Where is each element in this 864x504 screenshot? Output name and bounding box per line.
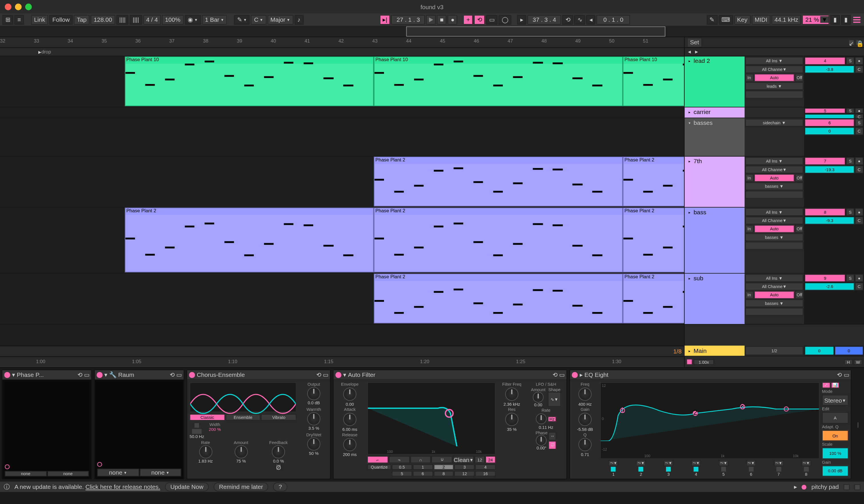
device-raum[interactable]: ▾🔧Raum⟲▭ none▼ none▼ (94, 370, 184, 479)
fold-icon[interactable]: ▾ (686, 119, 692, 125)
band-shape[interactable]: 〜▼ (609, 460, 618, 466)
warmth-knob[interactable] (307, 412, 320, 425)
filter-display[interactable]: 100 1k 10k (367, 382, 495, 455)
adapt-q[interactable]: On (822, 430, 848, 441)
capture-icon[interactable]: ▭ (486, 14, 498, 24)
macro-indicator-icon[interactable] (97, 462, 102, 467)
locator-flag[interactable]: ▸ (38, 49, 41, 55)
release-notes-link[interactable]: Click here for release notes. (85, 484, 160, 490)
device-auto-filter[interactable]: ▾Auto Filter⟲▭ Envelope 0.00 Attack 6.00… (333, 370, 567, 479)
punch-in-icon[interactable]: ▸ (517, 14, 527, 24)
follow-arrange-icon[interactable]: ▸| (380, 14, 390, 24)
menu-icon[interactable] (852, 14, 862, 24)
eq-gain-knob[interactable] (578, 413, 591, 426)
midi-clip[interactable]: Phase Plant 2 (374, 208, 623, 273)
q-0.5[interactable]: 0.5 (392, 464, 412, 470)
input-type[interactable]: All Ins ▼ (745, 157, 804, 165)
loop-len-field[interactable]: 0 . 1 . 0 (597, 14, 630, 24)
hotswap-icon[interactable]: ⟲ (170, 371, 175, 378)
hp-slider[interactable] (192, 429, 202, 434)
save-icon[interactable]: ▭ (559, 371, 565, 378)
q-4[interactable]: 4 (476, 464, 496, 470)
quantize-menu[interactable]: 1 Bar▼ (202, 14, 227, 24)
solo-button[interactable]: S (846, 208, 854, 216)
solo-button[interactable]: S (855, 119, 863, 127)
key-map-button[interactable]: Key (734, 14, 750, 24)
next-locator-icon[interactable]: ► (694, 49, 699, 55)
lfo-shape[interactable]: ∿▼ (548, 392, 561, 407)
track-number[interactable]: 5 (805, 108, 845, 113)
cue-button[interactable]: C (855, 127, 863, 135)
fold-icon[interactable]: ▸ (686, 158, 692, 164)
monitor-in[interactable]: In (745, 74, 754, 82)
width-value[interactable]: 200 % (209, 427, 221, 431)
track-number[interactable]: 9 (805, 274, 845, 282)
band-toggle[interactable] (804, 467, 808, 472)
back-to-arrangement-icon[interactable]: ↙ (848, 39, 854, 45)
track-row[interactable]: Phase Plant 2Phase Plant 2PhPhPhPhase Pl… (0, 274, 684, 325)
fold-icon[interactable]: ▾ (343, 371, 346, 378)
band-shape[interactable]: 〜▼ (636, 460, 646, 466)
fold-icon[interactable]: ▸ (686, 209, 692, 215)
device-activator-icon[interactable] (335, 372, 341, 378)
master-name[interactable]: Main (694, 347, 707, 354)
volume-field[interactable]: -3.8 (805, 65, 854, 73)
monitor-in[interactable]: In (745, 291, 754, 299)
hotswap-icon[interactable]: ⟲ (316, 371, 321, 378)
save-icon[interactable]: ▭ (844, 371, 849, 378)
device-activator-icon[interactable] (4, 372, 10, 378)
loop-start-field[interactable]: 37 . 3 . 4 (527, 14, 561, 24)
macro-2[interactable]: none▼ (140, 469, 181, 476)
monitor-off[interactable]: Off (795, 174, 803, 182)
timesig-field[interactable]: 4 / 4 (143, 14, 161, 24)
hotswap-icon[interactable]: ⟲ (77, 371, 82, 378)
q-16[interactable]: 16 (476, 471, 496, 476)
arrangement-overview[interactable] (0, 26, 864, 37)
macro-1[interactable]: none▼ (97, 469, 139, 476)
fold-icon[interactable]: ▾ (12, 371, 15, 378)
output-sub[interactable] (745, 191, 804, 199)
bar-ruler[interactable]: 3233343536373839404142434445464748495051 (0, 37, 684, 48)
arm-button[interactable]: ● (855, 208, 863, 216)
q-8[interactable]: 8 (433, 471, 454, 476)
input-channel[interactable]: All Channe▼ (745, 65, 804, 73)
metronome-icon[interactable]: ◉▼ (184, 14, 201, 24)
monitor-auto[interactable]: Auto (754, 225, 795, 232)
monitor-off[interactable]: Off (795, 225, 803, 232)
device-eq-eight[interactable]: ▸EQ Eight⟲▭ Freq400 Hz Gain-5.58 dB Q0.7… (569, 370, 851, 479)
solo-button[interactable]: S (846, 274, 854, 282)
band-shape[interactable]: 〜▼ (802, 460, 811, 466)
fold-icon[interactable]: ▸ (686, 275, 692, 281)
zoom-field[interactable]: 100% (162, 14, 183, 24)
midi-clip[interactable]: Phase Plant 2 (374, 274, 623, 323)
q-6[interactable]: 6 (412, 471, 433, 476)
fold-icon[interactable]: ▸ (686, 58, 692, 64)
track-header[interactable]: ▸lead 2All Ins ▼All Channe▼InAutoOfflead… (685, 56, 864, 107)
key-scale[interactable]: Major▼ (267, 14, 293, 24)
lfo-stereo[interactable]: ↔ (549, 432, 556, 440)
monitor-off[interactable]: Off (795, 74, 803, 82)
midi-map-button[interactable]: MIDI (752, 14, 770, 24)
band-toggle[interactable] (721, 467, 726, 472)
output-route[interactable]: basses ▼ (745, 182, 804, 190)
output-sub[interactable] (745, 308, 804, 315)
track-number[interactable]: 8 (805, 208, 845, 216)
help-button[interactable]: ? (273, 482, 287, 491)
arm-button[interactable]: ● (855, 274, 863, 282)
track-header[interactable]: ▾bassessidechain ▼6S0C (685, 118, 864, 157)
stop-button[interactable]: ■ (437, 14, 447, 24)
track-header[interactable]: ▸subAll Ins ▼All Channe▼InAutoOffbasses … (685, 274, 864, 325)
band-toggle[interactable] (666, 467, 671, 472)
midi-clip[interactable]: Phase Plant 2 (623, 274, 684, 323)
track-header[interactable]: ▸7thAll Ins ▼All Channe▼InAutoOffbasses … (685, 157, 864, 208)
hotswap-icon[interactable]: ⟲ (837, 371, 842, 378)
automation-arm-icon[interactable]: ⟲ (474, 14, 485, 24)
zoom-w-button[interactable]: W (854, 359, 862, 364)
grid-value[interactable]: 1/8 (673, 348, 682, 355)
band-shape[interactable]: 〜▼ (691, 460, 701, 466)
filter-lp-icon[interactable]: ⌐ (367, 456, 388, 463)
feedback-knob[interactable] (272, 445, 285, 458)
hz-button[interactable]: Hz (548, 416, 556, 421)
input-type[interactable]: All Ins ▼ (745, 274, 804, 282)
volume-field[interactable]: -19.3 (805, 166, 854, 173)
